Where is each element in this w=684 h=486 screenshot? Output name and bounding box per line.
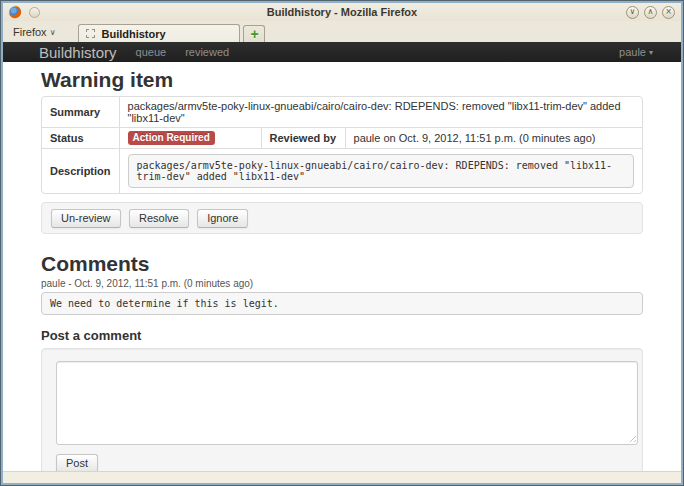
post-button[interactable]: Post	[56, 454, 98, 471]
window-frame: Buildhistory - Mozilla Firefox ∨ ∧ × Fir…	[0, 0, 684, 486]
table-row-summary: Summary packages/armv5te-poky-linux-gnue…	[42, 97, 642, 127]
tab-buildhistory[interactable]: Buildhistory	[78, 24, 240, 42]
comments-heading: Comments	[41, 252, 643, 276]
favicon-placeholder-icon	[86, 29, 95, 38]
reviewed-by-label: Reviewed by	[261, 127, 345, 148]
post-button-row: Post	[56, 453, 630, 471]
page-content: Warning item Summary packages/armv5te-po…	[3, 62, 681, 471]
warning-details-table: Summary packages/armv5te-poky-linux-gnue…	[41, 96, 643, 194]
status-badge: Action Required	[128, 131, 215, 145]
ignore-button[interactable]: Ignore	[197, 209, 248, 228]
user-menu[interactable]: paule ▾	[619, 46, 653, 58]
nav-link-queue[interactable]: queue	[136, 46, 167, 58]
summary-value: packages/armv5te-poky-linux-gnueabi/cair…	[119, 97, 642, 127]
chevron-down-icon: ∨	[50, 28, 56, 37]
firefox-app-menu-button[interactable]: Firefox ∨	[13, 26, 55, 38]
description-value: packages/armv5te-poky-linux-gnueabi/cair…	[128, 154, 634, 188]
table-row-status: Status Action Required Reviewed by paule…	[42, 127, 642, 148]
action-buttons-bar: Un-review Resolve Ignore	[41, 202, 643, 234]
user-menu-label: paule	[619, 46, 646, 58]
caret-down-icon: ▾	[649, 48, 653, 57]
tab-bar: Firefox ∨ Buildhistory +	[3, 21, 681, 42]
post-comment-heading: Post a comment	[41, 328, 643, 343]
window-controls: ∨ ∧ ×	[626, 6, 675, 19]
post-comment-well: Post	[41, 348, 643, 471]
site-navbar: Buildhistory queue reviewed paule ▾	[3, 42, 681, 62]
comment-textarea-wrap	[56, 361, 638, 445]
summary-label: Summary	[42, 97, 119, 127]
firefox-logo-icon	[8, 5, 22, 19]
window-menu-button[interactable]	[29, 7, 40, 18]
minimize-icon[interactable]: ∨	[626, 6, 639, 19]
comment-text: We need to determine if this is legit.	[41, 292, 643, 315]
nav-link-reviewed[interactable]: reviewed	[185, 46, 229, 58]
plus-icon: +	[250, 27, 258, 41]
comment-textarea[interactable]	[56, 361, 638, 445]
firefox-window: Buildhistory - Mozilla Firefox ∨ ∧ × Fir…	[3, 3, 681, 483]
un-review-button[interactable]: Un-review	[51, 209, 121, 228]
titlebar[interactable]: Buildhistory - Mozilla Firefox ∨ ∧ ×	[3, 3, 681, 21]
resolve-button[interactable]: Resolve	[129, 209, 189, 228]
page-title: Warning item	[41, 68, 643, 92]
navbar-brand[interactable]: Buildhistory	[39, 44, 117, 61]
status-cell: Action Required	[119, 127, 261, 148]
close-icon[interactable]: ×	[662, 6, 675, 19]
status-label: Status	[42, 127, 119, 148]
description-label: Description	[42, 148, 119, 193]
comment-meta: paule - Oct. 9, 2012, 11:51 p.m. (0 minu…	[41, 278, 643, 289]
table-row-description: Description packages/armv5te-poky-linux-…	[42, 148, 642, 193]
reviewed-by-value: paule on Oct. 9, 2012, 11:51 p.m. (0 min…	[345, 127, 642, 148]
description-cell: packages/armv5te-poky-linux-gnueabi/cair…	[119, 148, 642, 193]
tab-label: Buildhistory	[101, 28, 165, 40]
app-menu-label: Firefox	[13, 26, 47, 38]
window-title: Buildhistory - Mozilla Firefox	[3, 6, 681, 18]
maximize-icon[interactable]: ∧	[644, 6, 657, 19]
new-tab-button[interactable]: +	[243, 25, 265, 42]
browser-bottom-edge	[3, 471, 681, 483]
